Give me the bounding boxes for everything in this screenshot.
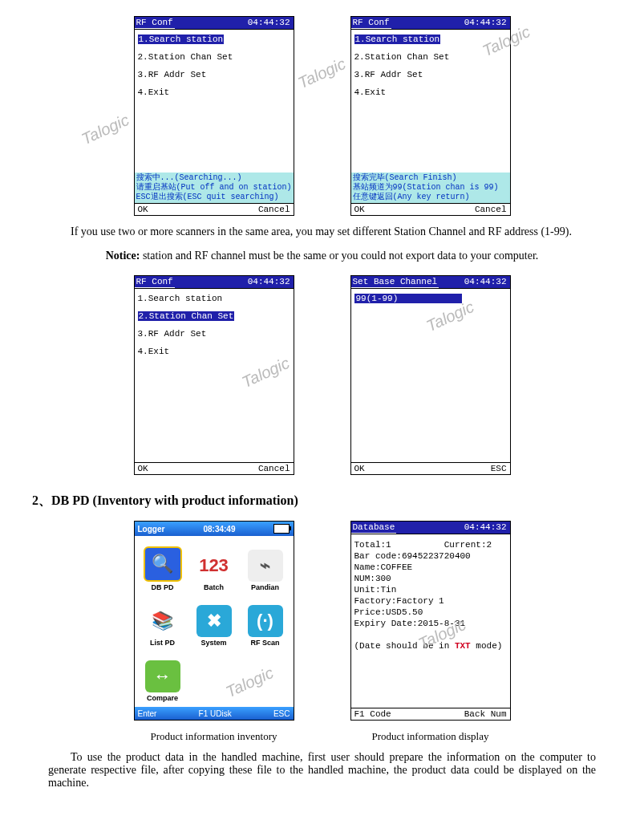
logger-titlebar: Logger 08:34:49 bbox=[135, 522, 294, 536]
softkey-esc[interactable]: ESC bbox=[273, 709, 290, 718]
titlebar: RF Conf 04:44:32 bbox=[135, 276, 294, 289]
status-finished: 搜索完毕(Search Finish) 基站频道为99(Station chan… bbox=[351, 173, 510, 203]
app-label: DB PD bbox=[151, 583, 173, 591]
watermark: Talogic bbox=[295, 55, 348, 92]
menu-item-rf-addr-set[interactable]: 3.RF Addr Set bbox=[138, 70, 290, 79]
screen-time: 04:44:32 bbox=[245, 276, 294, 288]
status-searching: 搜索中...(Searching...) 请重启基站(Put off and o… bbox=[135, 173, 294, 203]
screen-title: RF Conf bbox=[135, 276, 175, 288]
app-pandian[interactable]: ⌁Pandian bbox=[241, 539, 290, 593]
menu-item-exit[interactable]: 4.Exit bbox=[354, 87, 507, 97]
menu-item-search-station[interactable]: 1.Search station bbox=[354, 35, 441, 44]
rf-conf-screen-searching: RF Conf 04:44:32 1.Search station 2.Stat… bbox=[134, 16, 294, 216]
softkey-f1-code[interactable]: F1 Code bbox=[354, 708, 391, 720]
softkey-ok[interactable]: OK bbox=[138, 463, 148, 474]
screen-time: 04:44:32 bbox=[461, 17, 510, 29]
db-line: Name:COFFEE bbox=[354, 562, 507, 573]
softkey-cancel[interactable]: Cancel bbox=[258, 463, 290, 474]
paragraph-multi-scanner: If you use two or more scanners in the s… bbox=[48, 225, 596, 238]
menu-item-exit[interactable]: 4.Exit bbox=[138, 87, 290, 97]
app-icon-glyph: ↔ bbox=[145, 660, 180, 692]
app-label: RF Scan bbox=[250, 639, 279, 647]
app-icon-glyph: 🔍 bbox=[144, 546, 182, 582]
app-db-pd[interactable]: 🔍DB PD bbox=[138, 539, 188, 593]
app-label: Compare bbox=[147, 694, 178, 702]
softkey-cancel[interactable]: Cancel bbox=[475, 204, 507, 215]
screen-body: 1.Search station 2.Station Chan Set 3.RF… bbox=[351, 30, 510, 203]
captions: Product information inventory Product in… bbox=[32, 730, 612, 743]
softkey-ok[interactable]: OK bbox=[138, 204, 148, 215]
rf-conf-screen-finished: RF Conf 04:44:32 1.Search station 2.Stat… bbox=[350, 16, 511, 216]
softkey-back-num[interactable]: Back Num bbox=[464, 708, 507, 720]
section-heading-db-pd: 2、DB PD (Inventory with product informat… bbox=[32, 493, 612, 509]
softkey-cancel[interactable]: Cancel bbox=[258, 204, 290, 215]
app-compare[interactable]: ↔Compare bbox=[138, 650, 188, 704]
db-line: Factory:Factory 1 bbox=[354, 595, 507, 607]
screen-title: Database bbox=[351, 522, 397, 534]
screen-time: 04:44:32 bbox=[461, 276, 510, 288]
titlebar: RF Conf 04:44:32 bbox=[135, 17, 294, 30]
db-line bbox=[354, 629, 507, 640]
channel-input[interactable]: 99(1-99) bbox=[354, 294, 462, 303]
menu-item-station-chan-set[interactable]: 2.Station Chan Set bbox=[354, 52, 507, 62]
app-label: Batch bbox=[204, 583, 224, 591]
screen-title: RF Conf bbox=[351, 17, 391, 29]
app-label: System bbox=[200, 639, 226, 647]
menu-item-station-chan-set[interactable]: 2.Station Chan Set bbox=[138, 311, 235, 321]
screen-body: 1.Search station 2.Station Chan Set 3.RF… bbox=[135, 30, 294, 203]
app-icon-glyph: 📚 bbox=[145, 605, 180, 637]
database-body: Total:1 Current:2Bar code:6945223720400N… bbox=[351, 534, 510, 708]
titlebar: RF Conf 04:44:32 bbox=[351, 17, 510, 30]
row-2: Talogic Talogic RF Conf 04:44:32 1.Searc… bbox=[32, 275, 612, 475]
logger-title: Logger bbox=[138, 525, 165, 534]
app-label: Pandian bbox=[251, 583, 279, 591]
app-rf-scan[interactable]: (·)RF Scan bbox=[241, 595, 290, 648]
set-base-channel-screen: Set Base Channel 04:44:32 99(1-99) OK ES… bbox=[350, 275, 511, 475]
db-line: Total:1 Current:2 bbox=[354, 539, 507, 550]
softkey-esc[interactable]: ESC bbox=[491, 463, 507, 474]
menu-item-search-station[interactable]: 1.Search station bbox=[138, 294, 290, 303]
menu-item-station-chan-set[interactable]: 2.Station Chan Set bbox=[138, 52, 290, 62]
screen-title: Set Base Channel bbox=[351, 276, 439, 288]
screen-time: 04:44:32 bbox=[245, 17, 294, 29]
app-label: List PD bbox=[150, 639, 175, 647]
softkey-ok[interactable]: OK bbox=[354, 204, 365, 215]
logger-time: 08:34:49 bbox=[203, 525, 235, 534]
notice-label: Notice: bbox=[106, 250, 140, 262]
titlebar: Set Base Channel 04:44:32 bbox=[351, 276, 510, 289]
paragraph-usage: To use the product data in the handled m… bbox=[48, 751, 596, 790]
menu-item-exit[interactable]: 4.Exit bbox=[138, 347, 290, 356]
titlebar: Database 04:44:32 bbox=[351, 522, 510, 534]
db-line: Price:USD5.50 bbox=[354, 607, 507, 618]
menu-item-search-station[interactable]: 1.Search station bbox=[138, 35, 225, 44]
watermark: Talogic bbox=[79, 111, 132, 148]
menu-item-rf-addr-set[interactable]: 3.RF Addr Set bbox=[354, 70, 507, 79]
db-line: Bar code:6945223720400 bbox=[354, 550, 507, 562]
rf-conf-screen-chan-set: RF Conf 04:44:32 1.Search station 2.Stat… bbox=[134, 275, 294, 475]
battery-icon bbox=[273, 524, 290, 534]
app-icon-glyph: (·) bbox=[248, 605, 283, 637]
softkey-f1-udisk[interactable]: F1 UDisk bbox=[199, 709, 232, 718]
row-1: Talogic Talogic Talogic RF Conf 04:44:32… bbox=[32, 16, 612, 216]
app-system[interactable]: ✖System bbox=[189, 595, 239, 648]
softkey-enter[interactable]: Enter bbox=[138, 709, 157, 718]
footer: OK Cancel bbox=[135, 462, 294, 474]
footer: OK Cancel bbox=[135, 203, 294, 215]
logger-home-screen: Logger 08:34:49 🔍DB PD123Batch⌁Pandian📚L… bbox=[134, 521, 294, 721]
caption-display: Product information display bbox=[350, 730, 511, 743]
footer: OK Cancel bbox=[351, 203, 510, 215]
menu-item-rf-addr-set[interactable]: 3.RF Addr Set bbox=[138, 329, 290, 339]
softkey-ok[interactable]: OK bbox=[354, 463, 365, 474]
notice-line: Notice: station and RF channel must be t… bbox=[32, 250, 612, 262]
caption-inventory: Product information inventory bbox=[134, 730, 294, 743]
app-batch[interactable]: 123Batch bbox=[189, 539, 239, 593]
app-icon-glyph: 123 bbox=[196, 550, 232, 582]
screen-time: 04:44:32 bbox=[461, 522, 510, 534]
app-list-pd[interactable]: 📚List PD bbox=[138, 595, 188, 648]
app-icon-glyph: ⌁ bbox=[248, 550, 283, 582]
app-grid: 🔍DB PD123Batch⌁Pandian📚List PD✖System(·)… bbox=[135, 536, 294, 707]
row-3: Talogic Talogic Logger 08:34:49 🔍DB PD12… bbox=[32, 521, 612, 721]
screen-body: 1.Search station 2.Station Chan Set 3.RF… bbox=[135, 289, 294, 462]
notice-text: station and RF channel must be the same … bbox=[140, 250, 538, 262]
footer: OK ESC bbox=[351, 462, 510, 474]
